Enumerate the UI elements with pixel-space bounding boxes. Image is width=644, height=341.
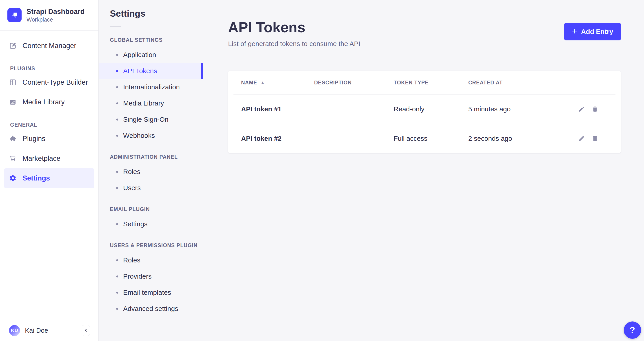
main-nav: Content ManagerPLUGINSContent-Type Build… xyxy=(0,30,98,320)
sidebar-item-content-manager[interactable]: Content Manager xyxy=(4,36,94,56)
edit-button[interactable] xyxy=(577,134,586,143)
row-actions xyxy=(576,134,621,143)
column-header-token-type: TOKEN TYPE xyxy=(394,80,468,86)
created-at-cell: 5 minutes ago xyxy=(468,105,576,113)
bullet-icon xyxy=(116,276,118,278)
settings-title: Settings xyxy=(110,8,203,19)
sort-ascending-icon: ▲ xyxy=(261,80,264,85)
bullet-icon xyxy=(116,54,118,56)
settings-section-label: USERS & PERMISSIONS PLUGIN xyxy=(110,243,203,249)
main-sidebar: Strapi Dashboard Workplace Content Manag… xyxy=(0,0,99,341)
settings-section-label: GLOBAL SETTINGS xyxy=(110,37,203,43)
sidebar-section-label: GENERAL xyxy=(10,122,94,128)
settings-nav-item-roles[interactable]: Roles xyxy=(99,252,203,268)
page: Strapi Dashboard Workplace Content Manag… xyxy=(0,0,644,341)
brand-block[interactable]: Strapi Dashboard Workplace xyxy=(0,0,98,30)
column-header-description: DESCRIPTION xyxy=(314,80,394,86)
delete-button[interactable] xyxy=(591,105,599,113)
settings-nav-item-label: Application xyxy=(123,51,156,59)
settings-nav-item-api-tokens[interactable]: API Tokens xyxy=(99,63,203,79)
chevron-left-icon xyxy=(84,328,88,333)
settings-nav-item-application[interactable]: Application xyxy=(99,47,203,63)
help-button[interactable]: ? xyxy=(624,322,641,339)
settings-nav-item-internationalization[interactable]: Internationalization xyxy=(99,79,203,95)
settings-nav-item-settings[interactable]: Settings xyxy=(99,216,203,232)
settings-nav-item-single-sign-on[interactable]: Single Sign-On xyxy=(99,111,203,127)
sidebar-item-label: Media Library xyxy=(22,98,65,106)
table-row: API token #2Full access2 seconds ago xyxy=(228,124,621,153)
sidebar-item-settings[interactable]: Settings xyxy=(4,168,94,188)
sidebar-item-label: Marketplace xyxy=(22,154,60,163)
column-header-name[interactable]: NAME▲ xyxy=(228,80,314,86)
brand-text: Strapi Dashboard Workplace xyxy=(26,7,84,23)
bullet-icon xyxy=(116,86,118,88)
created-at-cell: 2 seconds ago xyxy=(468,135,576,142)
settings-nav-item-webhooks[interactable]: Webhooks xyxy=(99,127,203,144)
puzzle-icon xyxy=(9,135,17,143)
settings-nav-item-label: Settings xyxy=(123,220,148,228)
layout-icon xyxy=(9,79,17,86)
settings-section-label: ADMINISTRATION PANEL xyxy=(110,154,203,160)
app-title: Strapi Dashboard xyxy=(26,7,84,16)
settings-nav-item-label: Webhooks xyxy=(123,132,155,139)
settings-nav-item-media-library[interactable]: Media Library xyxy=(99,95,203,111)
workspace-name: Workplace xyxy=(26,16,84,23)
settings-nav-item-label: API Tokens xyxy=(123,67,157,75)
user-profile-row[interactable]: KD Kai Doe xyxy=(0,320,98,341)
table-row: API token #1Read-only5 minutes ago xyxy=(228,94,621,124)
page-title: API Tokens xyxy=(228,20,360,34)
settings-nav-item-label: Internationalization xyxy=(123,83,180,91)
edit-button[interactable] xyxy=(577,105,586,113)
settings-nav-item-roles[interactable]: Roles xyxy=(99,164,203,180)
settings-nav-item-label: Providers xyxy=(123,273,152,280)
cart-icon xyxy=(9,155,17,162)
sidebar-item-content-type-builder[interactable]: Content-Type Builder xyxy=(4,72,94,92)
sidebar-item-label: Content-Type Builder xyxy=(22,78,88,86)
user-name: Kai Doe xyxy=(25,327,48,334)
bullet-icon xyxy=(116,187,118,189)
settings-nav-item-email-templates[interactable]: Email templates xyxy=(99,285,203,301)
settings-nav-item-advanced-settings[interactable]: Advanced settings xyxy=(99,301,203,317)
content-header: API Tokens List of generated tokens to c… xyxy=(228,0,621,48)
settings-subnav: Settings GLOBAL SETTINGSApplicationAPI T… xyxy=(99,0,203,341)
sidebar-section-label: PLUGINS xyxy=(10,65,94,72)
bullet-icon xyxy=(116,292,118,294)
settings-nav-item-label: Single Sign-On xyxy=(123,116,168,123)
sidebar-item-label: Content Manager xyxy=(22,42,76,50)
strapi-logo xyxy=(8,8,22,22)
column-header-label: DESCRIPTION xyxy=(314,80,352,86)
main-content: API Tokens List of generated tokens to c… xyxy=(203,0,644,341)
page-subtitle: List of generated tokens to consume the … xyxy=(228,40,360,48)
bullet-icon xyxy=(116,259,118,261)
bullet-icon xyxy=(116,135,118,137)
question-icon: ? xyxy=(630,325,635,335)
bullet-icon xyxy=(116,102,118,104)
collapse-sidebar-button[interactable] xyxy=(82,325,90,336)
delete-button[interactable] xyxy=(591,134,599,143)
bullet-icon xyxy=(116,171,118,173)
settings-nav-item-users[interactable]: Users xyxy=(99,180,203,196)
avatar: KD xyxy=(9,325,20,336)
name-cell: API token #2 xyxy=(228,135,314,142)
settings-nav-item-label: Advanced settings xyxy=(123,305,178,313)
feather-icon xyxy=(9,42,17,50)
settings-nav-item-label: Email templates xyxy=(123,289,171,296)
settings-section-label: EMAIL PLUGIN xyxy=(110,206,203,212)
sidebar-item-label: Settings xyxy=(22,174,50,182)
add-entry-button[interactable]: + Add Entry xyxy=(564,23,621,40)
settings-nav-item-label: Roles xyxy=(123,168,140,176)
tokens-table-body: API token #1Read-only5 minutes agoAPI to… xyxy=(228,94,621,153)
sidebar-item-plugins[interactable]: Plugins xyxy=(4,129,94,149)
settings-nav-item-providers[interactable]: Providers xyxy=(99,268,203,285)
image-icon xyxy=(9,98,17,106)
column-header-created-at: CREATED AT xyxy=(468,80,576,86)
title-block: API Tokens List of generated tokens to c… xyxy=(228,20,360,48)
sidebar-item-label: Plugins xyxy=(22,135,46,143)
sidebar-item-media-library[interactable]: Media Library xyxy=(4,92,94,112)
row-actions xyxy=(576,105,621,113)
settings-nav-item-label: Roles xyxy=(123,256,140,264)
bullet-icon xyxy=(116,308,118,310)
token-type-cell: Full access xyxy=(394,135,468,142)
bullet-icon xyxy=(116,118,118,121)
sidebar-item-marketplace[interactable]: Marketplace xyxy=(4,149,94,168)
